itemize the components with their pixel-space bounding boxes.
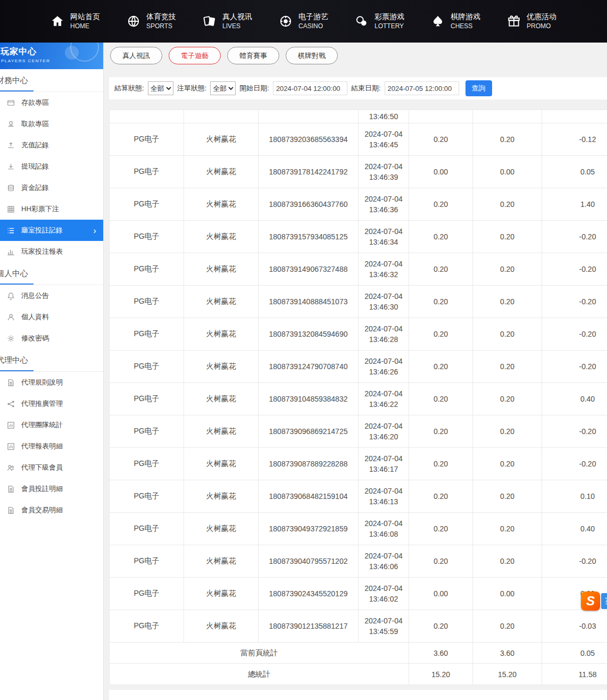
filter-bar: 結算狀態: 全部 注單狀態: 全部 開始日期: 結束日期: 查詢: [109, 77, 607, 99]
stats-icon: [7, 421, 15, 429]
sidebar-item[interactable]: 玩家投注報表: [0, 241, 103, 262]
order-status-label: 注單狀態:: [177, 84, 207, 93]
nav-item-sports[interactable]: 体育竞技SPORTS: [127, 12, 176, 31]
cell-valid: 0.20: [473, 545, 542, 578]
sidebar-item[interactable]: 代理推廣管理: [0, 393, 103, 414]
sidebar-item[interactable]: 修改密碼: [0, 328, 103, 349]
cell-time: 13:46:50: [359, 110, 409, 123]
sidebar-item[interactable]: HH彩票下注: [0, 198, 103, 220]
sidebar-item-label: 提現記錄: [21, 162, 49, 171]
cell-platform: PG电子: [110, 188, 184, 221]
cell-bet: 0.20: [409, 545, 473, 578]
cell-game: 火树赢花: [184, 448, 259, 480]
cell-valid: 0.20: [473, 123, 542, 156]
lottery-icon: [355, 14, 369, 28]
sidebar-item[interactable]: 取款專區: [0, 113, 103, 135]
cell-valid: 0.20: [473, 513, 542, 545]
total-winloss: 0.05: [542, 643, 607, 664]
sidebar-item[interactable]: 代理報表明細: [0, 436, 103, 457]
search-button[interactable]: 查詢: [465, 80, 492, 96]
cell-order: 1808739124790708740: [259, 351, 359, 383]
ime-language-toggle[interactable]: 英: [601, 593, 607, 609]
total-valid: 3.60: [473, 643, 542, 664]
sidebar-item[interactable]: 消息公告: [0, 285, 103, 306]
table-row: PG电子火树赢花18087390968692147252024-07-0413:…: [110, 415, 607, 448]
cell-winloss: -0.20: [542, 286, 607, 318]
bet-table-body: 13:46:50PG电子火树赢花18087392036855633942024-…: [110, 110, 607, 685]
total-label: 當前頁統計: [110, 643, 409, 664]
cell-platform: PG电子: [110, 221, 184, 253]
ime-toolbar: S 英: [581, 591, 607, 611]
nav-label-zh: 棋牌游戏: [451, 12, 480, 22]
sidebar-item-label: 會員投註明細: [21, 484, 63, 494]
nav-item-casino[interactable]: 电子游艺CASINO: [279, 12, 328, 31]
total-bet: 3.60: [409, 643, 473, 664]
cards-icon: [203, 14, 217, 28]
gift-icon: [507, 14, 521, 28]
game-tab[interactable]: 體育賽事: [227, 47, 279, 64]
end-date-input[interactable]: [385, 81, 459, 95]
cell-game: 火树赢花: [184, 221, 259, 253]
start-date-input[interactable]: [273, 81, 347, 95]
chess-icon: [431, 14, 445, 28]
sidebar-item[interactable]: 資金記錄: [0, 177, 103, 198]
game-tab[interactable]: 電子遊藝: [169, 47, 221, 64]
sidebar-item[interactable]: 會員交易明細: [0, 499, 103, 521]
sidebar-item[interactable]: 代理團隊統計: [0, 414, 103, 436]
sidebar-item[interactable]: 提現記錄: [0, 156, 103, 177]
cell-valid: 0.20: [473, 480, 542, 513]
order-status-select[interactable]: 全部: [210, 81, 236, 95]
cell-winloss: -0.20: [542, 545, 607, 578]
sidebar-item[interactable]: 充值記錄: [0, 135, 103, 156]
cell-order: 1808739040795571202: [259, 545, 359, 578]
doc-icon: [7, 379, 15, 387]
nav-label-zh: 优惠活动: [527, 12, 556, 22]
cell-winloss: 0.40: [542, 513, 607, 545]
cell-platform: PG电子: [110, 253, 184, 286]
table-row: PG电子火树赢花18087390121358812172024-07-0413:…: [110, 610, 607, 643]
sidebar-item[interactable]: 代理規則說明: [0, 372, 103, 393]
user-icon: [7, 313, 15, 321]
cell-game: 火树赢花: [184, 286, 259, 318]
cell-game: 火树赢花: [184, 156, 259, 188]
cell-valid: 0.20: [473, 253, 542, 286]
game-tab[interactable]: 棋牌對戰: [286, 47, 338, 64]
cell-order: 1808739049372921859: [259, 513, 359, 545]
sogou-ime-icon[interactable]: S: [581, 591, 600, 611]
bell-icon: [7, 292, 15, 300]
game-tabs: 真人視訊電子遊藝體育賽事棋牌對戰: [110, 47, 607, 64]
settle-status-select[interactable]: 全部: [148, 81, 173, 95]
sidebar-item[interactable]: 會員投註明細: [0, 478, 103, 499]
sidebar-item-label: 代理團隊統計: [21, 420, 63, 430]
casino-icon: [279, 14, 293, 28]
cell-platform: PG电子: [110, 578, 184, 610]
nav-item-home[interactable]: 网站首页HOME: [51, 12, 100, 31]
cell-valid: 0.20: [473, 351, 542, 383]
cell-order: 1808739087889228288: [259, 448, 359, 480]
cell-order: 1808739012135881217: [259, 610, 359, 643]
nav-item-promo[interactable]: 优惠活动PROMO: [507, 12, 556, 31]
cell-order: 1808739096869214725: [259, 415, 359, 448]
sidebar-item-label: 充值記錄: [21, 140, 49, 150]
nav-item-lottery[interactable]: 彩票游戏LOTTERY: [355, 12, 404, 31]
cashout-icon: [7, 163, 15, 171]
table-row: PG电子火树赢花18087391048593848322024-07-0413:…: [110, 383, 607, 415]
sidebar-item[interactable]: 廳室投註記錄›: [0, 220, 103, 241]
nav-item-chess[interactable]: 棋牌游戏CHESS: [431, 12, 480, 31]
sidebar-item-label: 廳室投註記錄: [21, 226, 63, 235]
cell-order: 1808739140888451073: [259, 286, 359, 318]
cell-order: 1808739203685563394: [259, 123, 359, 156]
nav-label-zh: 体育竞技: [146, 12, 176, 22]
cell-date: 2024-07-0413:46:32: [359, 253, 409, 286]
sidebar-item-label: 個人資料: [21, 312, 49, 322]
sidebar-item[interactable]: 存款專區: [0, 92, 103, 113]
sidebar-section-title: 財務中心: [0, 76, 34, 91]
game-tab[interactable]: 真人視訊: [110, 47, 162, 64]
sidebar-item[interactable]: 代理下級會員: [0, 457, 103, 478]
nav-item-lives[interactable]: 真人视讯LIVES: [203, 12, 252, 31]
page-total-row: 當前頁統計3.603.600.05: [110, 643, 607, 664]
cell-bet: 0.20: [409, 513, 473, 545]
table-row: PG电子火树赢花18087391663604377602024-07-0413:…: [110, 188, 607, 221]
cell-date: 2024-07-0413:46:30: [359, 286, 409, 318]
sidebar-item[interactable]: 個人資料: [0, 306, 103, 328]
